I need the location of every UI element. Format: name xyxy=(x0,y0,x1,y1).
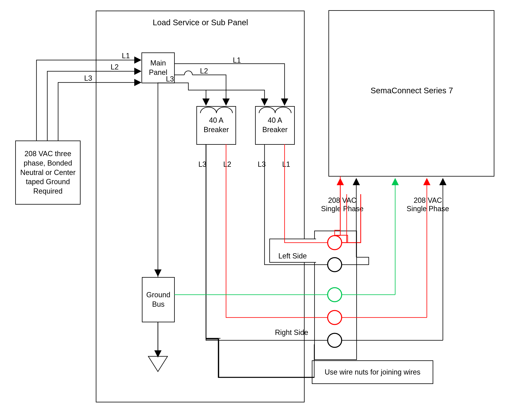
wiring-diagram: Load Service or Sub Panel 208 VAC three … xyxy=(0,0,511,420)
wiring-svg-overlay xyxy=(0,0,511,420)
